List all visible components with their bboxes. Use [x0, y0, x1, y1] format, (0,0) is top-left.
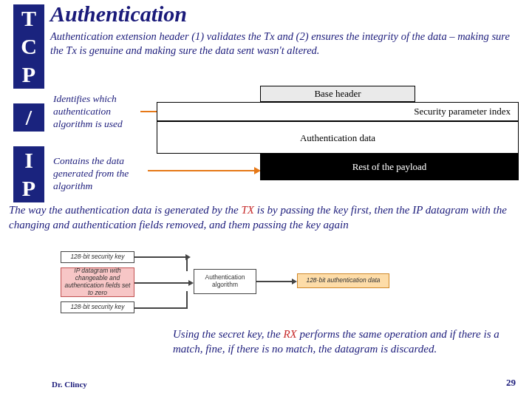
subtitle: Authentication extension header (1) vali…: [50, 30, 516, 58]
page-number: 29: [506, 377, 516, 389]
arrow-line: [186, 256, 188, 271]
packet-diagram: Base header Security parameter index Aut…: [157, 86, 519, 180]
callout-algorithm: Identifies which authentication algorith…: [53, 93, 142, 131]
flow-key-top: 128-bit security key: [61, 251, 134, 263]
arrow-icon: [134, 282, 189, 284]
sidebar-letter: /: [13, 103, 44, 132]
body-text-tx: The way the authentication data is gener…: [9, 203, 523, 232]
sidebar-letter: P: [13, 174, 44, 202]
sidebar-letter: P: [13, 61, 44, 89]
callout-data: Contains the data generated from the alg…: [53, 155, 149, 193]
arrow-line: [186, 291, 188, 309]
sidebar-letter: I: [13, 146, 44, 174]
flow-diagram: 128-bit security key IP datagram with ch…: [61, 251, 378, 321]
flow-algorithm: Authentication algorithm: [194, 269, 256, 294]
flow-output: 128-bit authentication data: [297, 273, 389, 288]
arrow-icon: [256, 281, 293, 282]
flow-ip-datagram: IP datagram with changeable and authenti…: [61, 267, 134, 297]
footer-author: Dr. Clincy: [52, 380, 87, 389]
sidebar-letter: C: [13, 33, 44, 61]
diagram-base-header: Base header: [260, 86, 415, 102]
diagram-auth-data: Authentication data: [157, 121, 519, 154]
arrow-icon: [134, 256, 186, 258]
arrow-line: [134, 307, 186, 309]
sidebar-letter: T: [13, 4, 44, 33]
diagram-spi: Security parameter index: [157, 102, 519, 121]
sidebar-tcpip: T C P / I P: [13, 4, 44, 202]
flow-key-bottom: 128-bit security key: [61, 301, 134, 313]
body-text-rx: Using the secret key, the RX performs th…: [173, 327, 522, 356]
diagram-payload: Rest of the payload: [260, 154, 519, 180]
rx-label: RX: [283, 328, 296, 340]
page-title: Authentication: [50, 1, 187, 27]
tx-label: TX: [242, 204, 255, 216]
